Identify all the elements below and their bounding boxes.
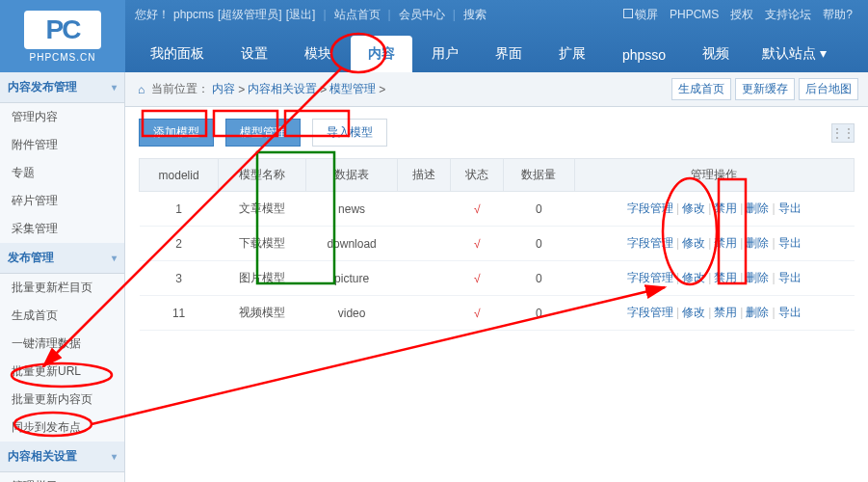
tab-add-model[interactable]: 添加模型	[139, 119, 214, 147]
op-link[interactable]: 字段管理	[627, 236, 673, 250]
cell-tbl: picture	[306, 261, 398, 296]
op-link[interactable]: 字段管理	[627, 201, 673, 215]
table-row: 1文章模型news√0字段管理|修改|禁用|删除|导出	[140, 192, 855, 227]
sidebar-item[interactable]: 生成首页	[0, 302, 124, 330]
col-header: modelid	[140, 159, 219, 192]
breadcrumb-label: 当前位置：	[151, 81, 209, 97]
top-link-home[interactable]: 站点首页	[334, 7, 381, 23]
op-link[interactable]: 删除	[746, 236, 769, 250]
op-link[interactable]: 导出	[778, 271, 802, 284]
sidebar-item[interactable]: 专题	[0, 159, 124, 187]
cell-name: 文章模型	[219, 192, 306, 227]
nav-我的面板[interactable]: 我的面板	[133, 36, 222, 72]
top-link-search[interactable]: 搜索	[463, 7, 487, 23]
sidebar-group-header[interactable]: 内容相关设置	[0, 442, 124, 472]
col-header: 管理操作	[574, 159, 855, 192]
sidebar-item[interactable]: 碎片管理	[0, 187, 124, 215]
cell-desc	[397, 296, 450, 331]
top-link-member[interactable]: 会员中心	[399, 7, 445, 23]
gen-home-button[interactable]: 生成首页	[671, 78, 731, 100]
sitemap-button[interactable]: 后台地图	[799, 78, 858, 100]
cell-status: √	[451, 296, 504, 331]
model-table: modelid模型名称数据表描述状态数据量管理操作 1文章模型news√0字段管…	[139, 158, 855, 331]
col-header: 数据量	[504, 159, 574, 192]
nav-设置[interactable]: 设置	[224, 36, 285, 72]
cell-count: 0	[504, 261, 574, 296]
table-row: 2下载模型download√0字段管理|修改|禁用|删除|导出	[140, 227, 855, 261]
nav-界面[interactable]: 界面	[478, 36, 539, 72]
crumb-part[interactable]: 内容相关设置	[248, 81, 317, 97]
sidebar-group-header[interactable]: 发布管理	[0, 243, 124, 274]
sidebar-item[interactable]: 批量更新内容页	[0, 386, 124, 414]
sidebar-item[interactable]: 批量更新URL	[0, 358, 124, 386]
op-link[interactable]: 导出	[778, 236, 802, 250]
sidebar-item[interactable]: 同步到发布点	[0, 414, 124, 442]
logo-subtext: PHPCMS.CN	[29, 52, 95, 63]
cell-count: 0	[504, 227, 574, 261]
logout-link[interactable]: [退出]	[286, 7, 316, 23]
topbar: 您好！ phpcms [超级管理员] [退出] | 站点首页 | 会员中心 | …	[125, 0, 868, 29]
op-link[interactable]: 字段管理	[627, 306, 673, 319]
lock-link[interactable]: 锁屏	[623, 7, 658, 23]
op-link[interactable]: 修改	[682, 201, 705, 215]
op-link[interactable]: 删除	[746, 306, 769, 319]
nav-视频[interactable]: 视频	[685, 36, 747, 72]
op-link[interactable]: 修改	[682, 236, 705, 250]
op-link[interactable]: 禁用	[714, 306, 737, 319]
cell-desc	[397, 227, 450, 261]
cell-ops: 字段管理|修改|禁用|删除|导出	[574, 227, 855, 261]
cell-count: 0	[504, 296, 574, 331]
action-tabs: 添加模型 模型管理 导入模型 ⋮⋮	[125, 107, 868, 158]
sidebar-item[interactable]: 一键清理数据	[0, 330, 124, 358]
tab-import-model[interactable]: 导入模型	[312, 119, 387, 147]
op-link[interactable]: 删除	[746, 271, 769, 284]
op-link[interactable]: 修改	[682, 271, 705, 284]
nav-模块[interactable]: 模块	[287, 36, 349, 72]
nav-phpsso[interactable]: phpsso	[605, 38, 683, 72]
phpcms-link[interactable]: PHPCMS	[670, 8, 719, 21]
op-link[interactable]: 修改	[682, 306, 705, 319]
forum-link[interactable]: 支持论坛	[765, 7, 811, 23]
sidebar-item[interactable]: 附件管理	[0, 131, 124, 159]
cell-name: 下载模型	[219, 227, 306, 261]
cell-name: 视频模型	[219, 296, 306, 331]
monitor-icon	[623, 9, 633, 18]
sidebar-item[interactable]: 采集管理	[0, 215, 124, 243]
grip-icon[interactable]: ⋮⋮	[831, 123, 855, 143]
op-link[interactable]: 导出	[778, 306, 802, 319]
license-link[interactable]: 授权	[730, 7, 753, 23]
col-header: 模型名称	[219, 159, 306, 192]
op-link[interactable]: 禁用	[714, 201, 737, 215]
cell-id: 2	[140, 227, 219, 261]
help-link[interactable]: 帮助?	[823, 7, 853, 23]
header: PC PHPCMS.CN 您好！ phpcms [超级管理员] [退出] | 站…	[0, 0, 868, 72]
nav-内容[interactable]: 内容	[351, 36, 412, 72]
cell-tbl: news	[306, 192, 398, 227]
cell-ops: 字段管理|修改|禁用|删除|导出	[574, 261, 855, 296]
op-link[interactable]: 导出	[778, 201, 802, 215]
cell-name: 图片模型	[219, 261, 306, 296]
breadcrumb: ⌂ 当前位置： 内容> 内容相关设置> 模型管理> 生成首页 更新缓存 后台地图	[125, 72, 868, 107]
cell-id: 11	[140, 296, 219, 331]
op-link[interactable]: 禁用	[714, 271, 737, 284]
refresh-cache-button[interactable]: 更新缓存	[735, 78, 795, 100]
cell-desc	[397, 261, 450, 296]
op-link[interactable]: 禁用	[714, 236, 737, 250]
sidebar-item[interactable]: 管理栏目	[0, 472, 124, 482]
user-link[interactable]: phpcms	[173, 8, 214, 21]
crumb-part[interactable]: 内容	[212, 81, 235, 97]
cell-tbl: download	[306, 227, 398, 261]
crumb-part[interactable]: 模型管理	[329, 81, 376, 97]
op-link[interactable]: 字段管理	[627, 271, 673, 284]
nav-扩展[interactable]: 扩展	[541, 36, 603, 72]
site-selector[interactable]: 默认站点	[749, 36, 840, 72]
sidebar-item[interactable]: 批量更新栏目页	[0, 274, 124, 302]
cell-status: √	[451, 261, 504, 296]
sidebar-item[interactable]: 管理内容	[0, 103, 124, 131]
tab-manage-model[interactable]: 模型管理	[225, 119, 301, 147]
nav-用户[interactable]: 用户	[414, 36, 476, 72]
home-icon[interactable]: ⌂	[138, 83, 145, 96]
logo: PC PHPCMS.CN	[0, 0, 125, 72]
op-link[interactable]: 删除	[746, 201, 769, 215]
sidebar-group-header[interactable]: 内容发布管理	[0, 72, 124, 103]
